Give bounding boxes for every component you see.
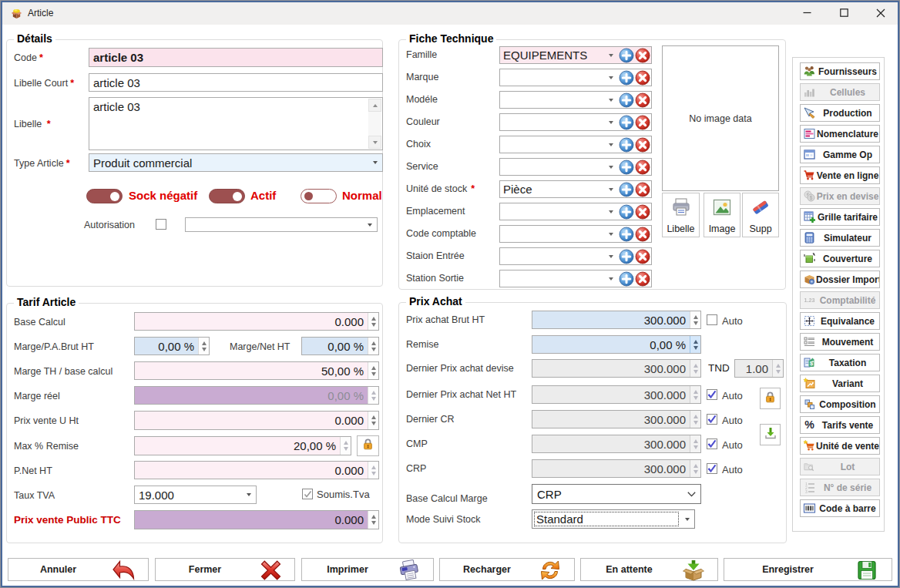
stock-negatif-toggle[interactable] [86,189,123,203]
import-price-button[interactable] [760,424,781,445]
fiche-row-combo[interactable] [499,225,652,243]
close-icon[interactable] [863,1,898,25]
delete-circle-icon[interactable] [635,271,650,287]
add-circle-icon[interactable] [619,182,634,197]
auto-checkbox[interactable] [707,438,717,449]
image-button[interactable]: Image [704,193,740,237]
imprimer-button[interactable]: Imprimer [301,558,434,581]
sidebar-item-unit-de-vente[interactable]: Unité de vente [800,437,880,455]
sidebar-item-fournisseurs[interactable]: Fournisseurs [800,62,880,80]
fiche-row-combo[interactable] [499,113,652,131]
max-remise-lock-button[interactable] [357,435,379,456]
spinner-arrows-icon[interactable] [690,460,700,477]
title-bar[interactable]: Article [1,1,899,25]
prix-vente-spinner[interactable]: 0.000 [134,411,379,430]
annuler-button[interactable]: Annuler [8,558,149,581]
spinner-arrows-icon[interactable] [690,411,700,428]
spinner-arrows-icon[interactable] [368,313,378,330]
fiche-row-combo[interactable]: EQUIPEMENTS [499,46,652,64]
ttc-spinner[interactable]: 0.000 [134,510,379,529]
libelle-court-input[interactable]: article 03 [89,73,383,92]
autorisation-select[interactable] [185,217,378,232]
delete-circle-icon[interactable] [635,160,650,175]
spinner-arrows-icon[interactable] [690,336,700,353]
fiche-row-combo[interactable] [499,158,652,176]
marge-pa-brut-spinner[interactable]: 0,00 % [134,337,210,355]
prix-achat-row-spinner[interactable]: 300.000 [532,359,701,378]
fiche-row-combo[interactable] [499,270,652,287]
add-circle-icon[interactable] [619,271,634,287]
add-circle-icon[interactable] [619,48,634,63]
spinner-arrows-icon[interactable] [772,360,783,377]
fiche-row-combo[interactable] [499,91,652,109]
base-calcul-marge-select[interactable]: CRP [532,484,701,504]
auto-checkbox[interactable] [707,314,717,325]
delete-circle-icon[interactable] [635,182,650,197]
sidebar-item-vente-en-ligne[interactable]: Vente en ligne [800,166,880,184]
code-input[interactable]: article 03 [89,48,383,67]
sidebar-item-grille-tarifaire[interactable]: Grille tarifaire [800,208,880,226]
sidebar-item-simulateur[interactable]: Simulateur [800,229,880,247]
delete-circle-icon[interactable] [635,70,650,86]
auto-checkbox[interactable] [707,389,717,400]
taux-tva-select[interactable]: 19.000 [134,486,257,504]
fiche-row-combo[interactable] [499,247,652,265]
spinner-arrows-icon[interactable] [690,386,700,403]
prix-achat-row-spinner[interactable]: 300.000 [532,385,701,404]
enregistrer-button[interactable]: Enregistrer [724,558,892,581]
base-calcul-spinner[interactable]: 0.000 [134,312,379,331]
fiche-row-combo[interactable] [499,136,652,153]
sidebar-item-taxation[interactable]: $Taxation [800,354,880,371]
supp-button[interactable]: Supp [742,193,779,237]
delete-circle-icon[interactable] [635,48,650,63]
delete-circle-icon[interactable] [635,249,650,264]
prix-achat-row-spinner[interactable]: 300.000 [532,459,701,478]
soumis-tva-checkbox[interactable] [302,489,313,499]
add-circle-icon[interactable] [619,160,634,175]
spinner-arrows-icon[interactable] [368,511,378,529]
spinner-arrows-icon[interactable] [198,338,209,354]
spinner-arrows-icon[interactable] [368,462,378,479]
sidebar-item-composition[interactable]: Composition [800,395,880,413]
spinner-arrows-icon[interactable] [690,311,700,328]
prix-achat-lock-button[interactable] [760,388,781,409]
textarea-scrollbar[interactable] [368,99,381,149]
add-circle-icon[interactable] [619,70,634,86]
libelle-button[interactable]: Libelle [662,193,700,237]
fermer-button[interactable]: Fermer [155,558,295,581]
prix-achat-row-spinner[interactable]: 0,00 % [532,335,701,354]
fiche-row-combo[interactable] [499,69,652,86]
scroll-up-icon[interactable] [368,99,381,112]
sidebar-item-dossier-import[interactable]: Dossier Import [800,270,880,288]
add-circle-icon[interactable] [619,115,634,130]
auto-checkbox[interactable] [707,414,717,425]
en-attente-button[interactable]: En attente [580,558,718,581]
spinner-arrows-icon[interactable] [340,437,351,455]
delete-circle-icon[interactable] [635,137,650,153]
max-remise-spinner[interactable]: 20,00 % [134,436,351,455]
sidebar-item-variant[interactable]: Variant [800,375,880,392]
sidebar-item-tarifs-vente[interactable]: %Tarifs vente [800,416,880,434]
autorisation-checkbox[interactable] [156,219,166,230]
auto-checkbox[interactable] [707,463,717,474]
delete-circle-icon[interactable] [635,92,650,108]
add-circle-icon[interactable] [619,249,634,264]
sidebar-item-nomenclature[interactable]: Nomenclature [800,125,880,143]
recharger-button[interactable]: Recharger [439,558,575,581]
type-article-select[interactable]: Produit commercial [89,153,383,172]
add-circle-icon[interactable] [619,137,634,153]
minimize-icon[interactable] [789,1,824,25]
prix-achat-row-spinner[interactable]: 300.000 [532,435,701,453]
add-circle-icon[interactable] [619,204,634,220]
spinner-arrows-icon[interactable] [690,435,700,452]
marge-th-spinner[interactable]: 50,00 % [134,361,379,380]
spinner-arrows-icon[interactable] [368,362,378,379]
spinner-arrows-icon[interactable] [368,412,378,429]
sidebar-item-couverture[interactable]: Couverture [800,250,880,267]
delete-circle-icon[interactable] [635,227,650,242]
pnet-spinner[interactable]: 0.000 [134,461,379,479]
devise-rate-spinner[interactable]: 1.00 [734,359,784,378]
mode-suivi-select[interactable]: Standard [532,509,695,529]
prix-achat-row-spinner[interactable]: 300.000 [532,410,701,428]
sidebar-item-production[interactable]: Production [800,104,880,122]
